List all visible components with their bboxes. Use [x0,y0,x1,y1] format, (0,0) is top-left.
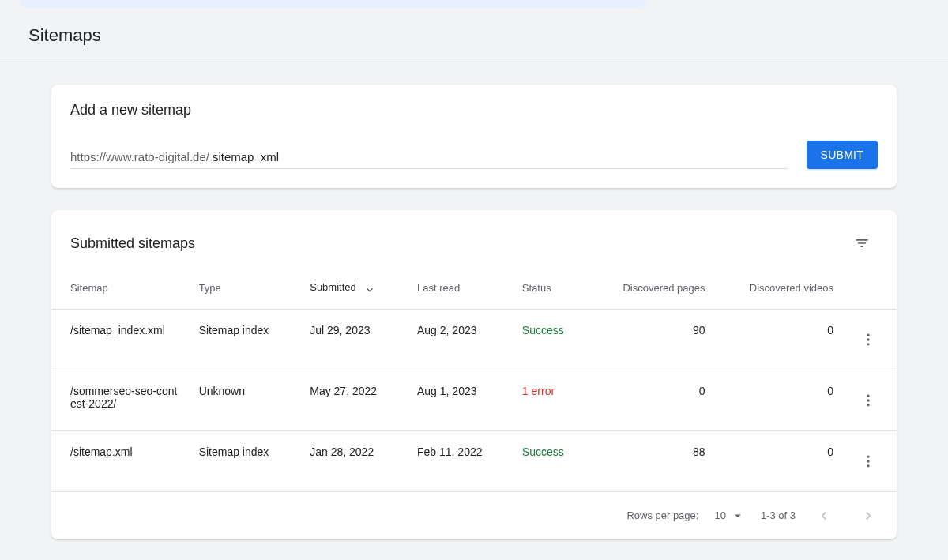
cell-pages: 0 [589,370,715,430]
sitemap-input-wrapper[interactable]: https://www.rato-digital.de/ [70,148,788,169]
svg-point-7 [867,460,869,462]
cell-type: Sitemap index [190,430,301,491]
rows-per-page-label: Rows per page: [626,509,698,521]
col-type[interactable]: Type [190,267,301,309]
col-submitted[interactable]: Submitted [300,267,408,309]
cell-last-read: Aug 1, 2023 [408,370,513,430]
cell-type: Unknown [190,370,301,430]
header-stub [20,0,648,8]
cell-status: 1 error [513,370,589,430]
col-last-read[interactable]: Last read [408,267,513,309]
next-page-button[interactable] [852,500,884,532]
col-discovered-videos[interactable]: Discovered videos [715,267,843,309]
table-row[interactable]: /sitemap_index.xmlSitemap indexJul 29, 2… [51,309,897,370]
svg-point-6 [867,455,869,457]
cell-last-read: Aug 2, 2023 [408,309,513,370]
more-vert-icon [860,393,876,408]
col-discovered-pages[interactable]: Discovered pages [589,267,715,309]
svg-point-1 [867,338,869,340]
svg-point-0 [867,333,869,336]
page-title: Sitemaps [28,25,920,46]
col-status[interactable]: Status [513,267,589,309]
arrow-down-icon [363,282,376,295]
row-menu-button[interactable] [852,385,884,416]
cell-videos: 0 [715,370,843,430]
table-row[interactable]: /sommerseo-seo-contest-2022/UnknownMay 2… [51,370,897,430]
chevron-right-icon [860,508,876,524]
cell-last-read: Feb 11, 2022 [408,430,513,491]
cell-submitted: Jan 28, 2022 [300,430,408,491]
cell-type: Sitemap index [190,309,301,370]
table-row[interactable]: /sitemap.xmlSitemap indexJan 28, 2022Feb… [51,430,897,491]
sitemaps-table: Sitemap Type Submitted Last read Status … [51,267,897,491]
cell-sitemap: /sommerseo-seo-contest-2022/ [51,370,190,430]
prev-page-button[interactable] [808,500,840,532]
filter-icon [854,235,870,251]
more-vert-icon [860,453,876,469]
cell-submitted: May 27, 2022 [300,370,408,430]
filter-button[interactable] [846,227,878,259]
svg-point-8 [867,464,869,467]
cell-submitted: Jul 29, 2023 [300,309,408,370]
cell-status: Success [513,309,589,370]
cell-sitemap: /sitemap.xml [51,430,190,491]
add-sitemap-card: Add a new sitemap https://www.rato-digit… [51,85,897,188]
pagination-range: 1-3 of 3 [761,509,796,521]
col-sitemap[interactable]: Sitemap [51,267,190,309]
sitemap-url-prefix: https://www.rato-digital.de/ [70,150,209,163]
svg-point-4 [867,399,869,401]
rows-per-page-select[interactable]: 10 [711,506,747,526]
svg-point-5 [867,404,869,406]
cell-status: Success [513,430,589,491]
row-menu-button[interactable] [852,445,884,477]
content: Add a new sitemap https://www.rato-digit… [0,62,948,560]
table-footer: Rows per page: 10 1-3 of 3 [51,491,897,539]
cell-pages: 88 [589,430,715,491]
submitted-sitemaps-title: Submitted sitemaps [70,235,195,252]
cell-sitemap: /sitemap_index.xml [51,309,190,370]
submit-button[interactable]: SUBMIT [807,141,878,169]
cell-videos: 0 [715,309,843,370]
chevron-down-icon [731,509,745,523]
chevron-left-icon [816,508,832,524]
page-title-bar: Sitemaps [0,8,948,62]
cell-videos: 0 [715,430,843,491]
submitted-sitemaps-card: Submitted sitemaps Sitemap Type Submitte… [51,210,897,539]
add-sitemap-title: Add a new sitemap [70,102,191,118]
row-menu-button[interactable] [852,324,884,355]
more-vert-icon [860,332,876,348]
sitemap-input[interactable] [213,148,788,165]
svg-point-3 [867,394,869,397]
svg-point-2 [867,343,869,345]
cell-pages: 90 [589,309,715,370]
